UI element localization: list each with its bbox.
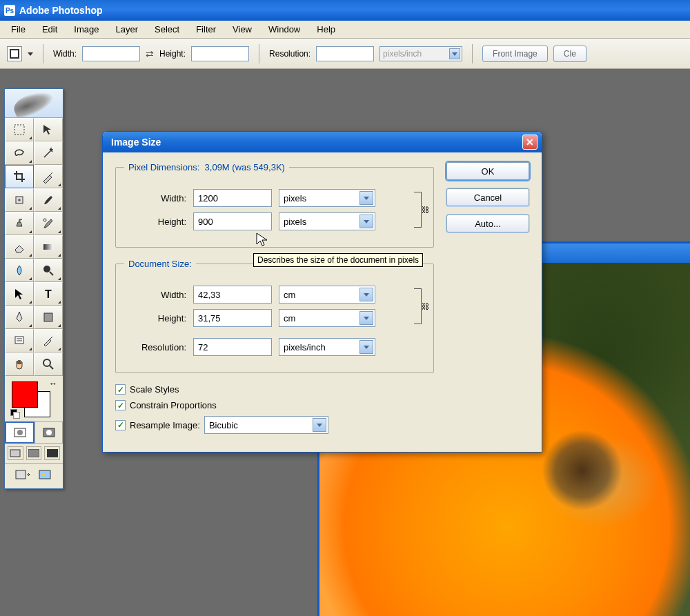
tool-type[interactable]: T (34, 282, 63, 306)
resolution-input[interactable] (193, 338, 272, 356)
tool-history-brush[interactable] (34, 212, 63, 235)
swap-dimensions-icon[interactable]: ⇄ (146, 48, 154, 59)
opt-resolution-label: Resolution: (269, 49, 310, 59)
tool-eyedropper[interactable] (34, 329, 63, 352)
resample-method-value: Bicubic (209, 420, 238, 430)
px-width-input[interactable] (193, 189, 272, 207)
dialog-titlebar[interactable]: Image Size ✕ (103, 132, 542, 152)
doc-height-label: Height: (124, 313, 186, 324)
opt-width-input[interactable] (82, 46, 140, 61)
tool-marquee[interactable] (5, 118, 34, 141)
px-width-unit-value: pixels (284, 193, 306, 203)
clear-button[interactable]: Cle (553, 46, 586, 62)
screen-mode-full[interactable] (44, 446, 60, 460)
resample-image-checkbox[interactable]: ✓ (115, 420, 126, 430)
resample-method-select[interactable]: Bicubic (204, 416, 328, 434)
opt-width-label: Width: (53, 49, 77, 59)
image-size-dialog: Image Size ✕ Pixel Dimensions: 3,09M (wa… (102, 131, 542, 453)
tool-clone-stamp[interactable] (5, 212, 34, 235)
menu-image[interactable]: Image (66, 21, 107, 37)
default-colors-icon[interactable] (10, 409, 20, 419)
menu-edit[interactable]: Edit (34, 21, 66, 37)
crop-tool-icon[interactable] (7, 46, 22, 61)
svg-point-4 (43, 266, 50, 272)
tool-gradient[interactable] (34, 235, 63, 259)
standard-mode-button[interactable] (5, 421, 34, 444)
svg-point-10 (17, 430, 23, 435)
tool-hand[interactable] (5, 352, 34, 376)
constrain-proportions-checkbox[interactable]: ✓ (115, 400, 126, 410)
foreground-color-swatch[interactable] (12, 381, 38, 408)
px-width-label: Width: (124, 193, 186, 203)
px-height-input[interactable] (193, 212, 272, 230)
tool-slice[interactable] (34, 165, 63, 188)
swap-colors-icon[interactable]: ↔ (49, 379, 57, 388)
tool-preset-dropdown[interactable] (28, 52, 33, 56)
chevron-down-icon (449, 48, 460, 59)
chevron-down-icon (359, 340, 373, 354)
resample-image-label: Resample Image: (130, 420, 200, 430)
opt-height-label: Height: (159, 49, 186, 59)
scale-styles-label: Scale Styles (130, 384, 179, 395)
doc-width-input[interactable] (193, 286, 272, 304)
quickmask-mode-button[interactable] (34, 421, 63, 444)
front-image-button[interactable]: Front Image (482, 46, 548, 62)
opt-resolution-input[interactable] (316, 46, 374, 61)
tool-brush[interactable] (34, 188, 63, 212)
menubar: File Edit Image Layer Select Filter View… (0, 21, 690, 39)
menu-view[interactable]: View (224, 21, 260, 37)
tool-pen[interactable] (5, 306, 34, 329)
tool-eraser[interactable] (5, 235, 34, 259)
resolution-unit-select[interactable]: pixels/inch (279, 338, 375, 356)
divider (472, 44, 473, 63)
chevron-down-icon (359, 215, 373, 228)
px-width-unit-select[interactable]: pixels (279, 189, 375, 207)
menu-filter[interactable]: Filter (188, 21, 224, 37)
svg-rect-13 (10, 450, 20, 457)
tool-path-selection[interactable] (5, 282, 34, 306)
close-button[interactable]: ✕ (522, 135, 538, 150)
menu-layer[interactable]: Layer (108, 21, 147, 37)
screen-mode-full-menubar[interactable] (26, 446, 42, 460)
mouse-cursor-icon (255, 232, 272, 248)
cancel-button[interactable]: Cancel (446, 188, 529, 206)
svg-rect-16 (16, 470, 26, 479)
tool-lasso[interactable] (5, 141, 34, 165)
doc-width-unit-select[interactable]: cm (279, 286, 375, 304)
auto-button[interactable]: Auto... (446, 215, 529, 232)
tool-crop[interactable] (5, 165, 34, 188)
pixel-dimensions-size: 3,09M (was 549,3K) (205, 162, 285, 172)
doc-width-label: Width: (124, 290, 186, 300)
tool-notes[interactable] (5, 329, 34, 352)
tools-header[interactable] (5, 89, 63, 118)
tool-magic-wand[interactable] (34, 141, 63, 165)
options-bar: Width: ⇄ Height: Resolution: pixels/inch… (0, 39, 690, 69)
opt-resolution-unit-select[interactable]: pixels/inch (379, 46, 462, 61)
menu-window[interactable]: Window (260, 21, 308, 37)
svg-rect-6 (44, 313, 52, 321)
tool-dodge[interactable] (34, 259, 63, 282)
tool-blur[interactable] (5, 259, 34, 282)
opt-height-input[interactable] (191, 46, 249, 61)
menu-help[interactable]: Help (308, 21, 344, 37)
doc-height-input[interactable] (193, 309, 272, 327)
menu-select[interactable]: Select (146, 21, 188, 37)
chain-icon: ⛓ (422, 302, 429, 310)
tool-zoom[interactable] (34, 352, 63, 376)
scale-styles-checkbox[interactable]: ✓ (115, 384, 126, 395)
edit-in-imageready-icon[interactable] (37, 468, 53, 484)
tool-move[interactable] (34, 118, 63, 141)
px-height-unit-select[interactable]: pixels (279, 212, 375, 230)
doc-height-unit-select[interactable]: cm (279, 309, 375, 327)
screen-mode-standard[interactable] (8, 446, 23, 460)
opt-resolution-unit-value: pixels/inch (383, 49, 422, 59)
jump-to-imageready-icon[interactable] (14, 468, 31, 484)
tool-healing-brush[interactable] (5, 188, 34, 212)
ok-button[interactable]: OK (446, 162, 529, 180)
app-title: Adobe Photoshop (19, 5, 103, 16)
divider (43, 44, 43, 63)
document-size-group: Document Size: Width: cm Height: cm (115, 259, 434, 373)
dialog-title: Image Size (111, 137, 161, 148)
menu-file[interactable]: File (3, 21, 34, 37)
tool-shape[interactable] (34, 306, 63, 329)
